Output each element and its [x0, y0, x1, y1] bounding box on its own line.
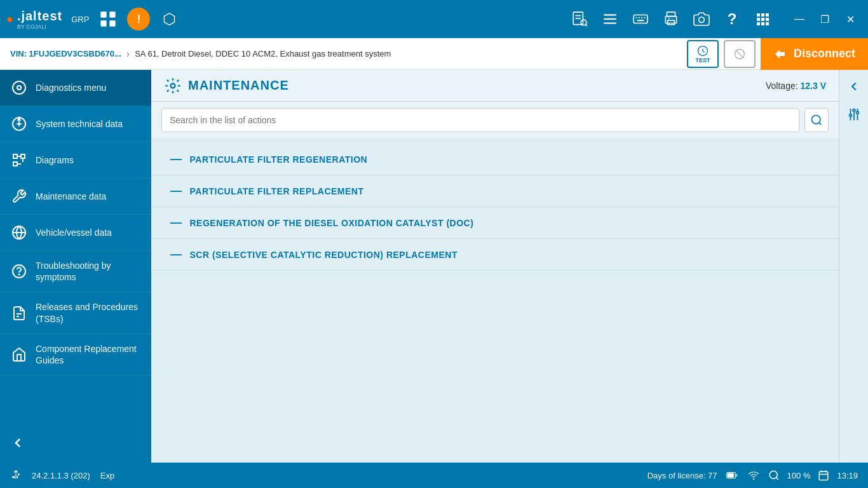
- version-label: 24.2.1.1.3 (202): [32, 471, 90, 480]
- sidebar-item-maintenance-data[interactable]: Maintenance data: [0, 179, 151, 215]
- main-layout: Diagnostics menu System technical data: [0, 70, 868, 463]
- sidebar-item-troubleshooting[interactable]: Troubleshooting by symptoms: [0, 251, 151, 292]
- document-view-icon[interactable]: [567, 6, 592, 32]
- apps-icon[interactable]: [750, 6, 775, 32]
- grp-label: GRP: [71, 15, 89, 24]
- svg-point-63: [18, 473, 20, 475]
- camera-icon[interactable]: [689, 6, 714, 32]
- voltage-display: Voltage: 12.3 V: [766, 81, 826, 91]
- sidebar-item-releases-procedures[interactable]: Releases and Procedures (TSBs): [0, 292, 151, 334]
- diagnostics-menu-icon: [10, 79, 28, 97]
- license-label: Days of license: 77: [648, 471, 717, 480]
- sidebar-item-component-replacement[interactable]: Component Replacement Guides: [0, 334, 151, 376]
- calendar-icon: [818, 470, 829, 481]
- component-replacement-icon: [10, 346, 28, 363]
- action-label-rdoc: REGENERATION OF THE DIESEL OXIDATION CAT…: [190, 218, 474, 228]
- svg-rect-26: [757, 18, 760, 21]
- sidebar: Diagnostics menu System technical data: [0, 70, 151, 463]
- test-button-1[interactable]: TEST: [687, 40, 719, 68]
- zoom-label: 100 %: [787, 471, 811, 480]
- svg-point-62: [12, 477, 14, 478]
- zoom-icon: [768, 470, 780, 481]
- maximize-button[interactable]: ❐: [813, 8, 836, 30]
- help-icon[interactable]: ?: [719, 6, 745, 32]
- sidebar-item-system-technical-data[interactable]: System technical data: [0, 106, 151, 142]
- minimize-button[interactable]: —: [788, 8, 811, 30]
- search-button[interactable]: [804, 108, 829, 132]
- sidebar-item-diagrams[interactable]: Diagrams: [0, 142, 151, 179]
- vin-breadcrumb[interactable]: VIN: 1FUJGEDV3CSBD670...: [10, 49, 121, 58]
- sidebar-collapse-button[interactable]: [0, 426, 151, 463]
- svg-rect-66: [728, 473, 733, 477]
- action-label-pfr2: PARTICULATE FILTER REPLACEMENT: [190, 186, 364, 196]
- alert-icon[interactable]: !: [127, 8, 150, 30]
- action-item-pfr[interactable]: — PARTICULATE FILTER REGENERATION: [151, 144, 839, 175]
- close-button[interactable]: ✕: [839, 8, 862, 30]
- action-item-pfr2[interactable]: — PARTICULATE FILTER REPLACEMENT: [151, 175, 839, 207]
- svg-rect-3: [110, 20, 116, 26]
- voltage-value: 12.3 V: [801, 81, 826, 91]
- breadcrumb-right: TEST Disconnect: [687, 38, 858, 70]
- disconnect-label: Disconnect: [794, 47, 855, 60]
- action-dash-scr: —: [170, 248, 182, 261]
- svg-rect-29: [757, 22, 760, 25]
- svg-rect-27: [761, 18, 764, 21]
- search-row: [151, 102, 839, 139]
- bottom-bar: 24.2.1.1.3 (202) Exp Days of license: 77…: [0, 463, 868, 488]
- search-input[interactable]: [161, 108, 799, 132]
- sidebar-label-vehicle-vessel-data: Vehicle/vessel data: [36, 227, 112, 238]
- svg-rect-70: [820, 471, 829, 480]
- releases-procedures-icon: [10, 304, 28, 322]
- svg-point-56: [849, 114, 851, 117]
- action-item-scr[interactable]: — SCR (SELECTIVE CATALYTIC REDUCTION) RE…: [151, 239, 839, 271]
- 3d-box-icon[interactable]: ⬡: [156, 6, 182, 32]
- svg-rect-25: [766, 13, 769, 17]
- module-icon[interactable]: [95, 6, 121, 32]
- content-header: MAINTENANCE Voltage: 12.3 V: [151, 70, 839, 102]
- troubleshooting-icon: [10, 262, 28, 280]
- breadcrumb-separator: ›: [126, 48, 130, 60]
- breadcrumb-bar: VIN: 1FUJGEDV3CSBD670... › SA 61, Detroi…: [0, 38, 868, 70]
- list-icon[interactable]: [597, 6, 623, 32]
- svg-rect-24: [761, 13, 764, 17]
- keyboard-icon[interactable]: [628, 6, 653, 32]
- svg-point-51: [171, 83, 175, 88]
- voltage-label: Voltage:: [766, 81, 798, 91]
- action-label-scr: SCR (SELECTIVE CATALYTIC REDUCTION) REPL…: [190, 250, 458, 260]
- svg-point-7: [581, 20, 587, 25]
- svg-point-68: [770, 471, 777, 478]
- svg-rect-1: [110, 11, 116, 17]
- logo-sub: BY COJALI: [17, 24, 62, 30]
- svg-line-69: [776, 477, 778, 479]
- right-sidebar: [839, 70, 868, 463]
- diagrams-icon: [10, 151, 28, 169]
- sidebar-label-diagrams: Diagrams: [36, 154, 74, 166]
- top-bar-right: ?: [567, 6, 775, 32]
- action-item-rdoc[interactable]: — REGENERATION OF THE DIESEL OXIDATION C…: [151, 207, 839, 239]
- svg-line-34: [703, 51, 705, 53]
- logo-area: ● .jaltest BY COJALI: [6, 9, 62, 30]
- svg-line-53: [819, 123, 822, 125]
- bottom-bar-right: Days of license: 77 100 % 13:19: [648, 470, 858, 481]
- printer-icon[interactable]: [658, 6, 684, 32]
- action-dash-pfr: —: [170, 152, 182, 166]
- test-button-2[interactable]: [724, 40, 756, 68]
- system-technical-data-icon: [10, 115, 28, 133]
- actions-list: — PARTICULATE FILTER REGENERATION — PART…: [151, 139, 839, 463]
- tune-button[interactable]: [843, 103, 865, 126]
- sidebar-item-diagnostics-menu[interactable]: Diagnostics menu: [0, 70, 151, 106]
- vehicle-vessel-data-icon: [10, 224, 28, 241]
- disconnect-button[interactable]: Disconnect: [761, 38, 868, 70]
- svg-point-54: [853, 109, 855, 112]
- window-controls: — ❐ ✕: [788, 8, 862, 30]
- content-title: MAINTENANCE: [164, 77, 289, 95]
- svg-point-59: [856, 111, 858, 114]
- sidebar-item-vehicle-vessel-data[interactable]: Vehicle/vessel data: [0, 215, 151, 251]
- svg-point-37: [13, 81, 25, 94]
- content-area: MAINTENANCE Voltage: 12.3 V — PARTICULAT…: [151, 70, 839, 463]
- back-button[interactable]: [843, 75, 865, 98]
- svg-rect-31: [766, 22, 769, 25]
- usb-icon: [10, 470, 22, 481]
- maintenance-title: MAINTENANCE: [188, 78, 289, 93]
- svg-rect-12: [634, 15, 648, 24]
